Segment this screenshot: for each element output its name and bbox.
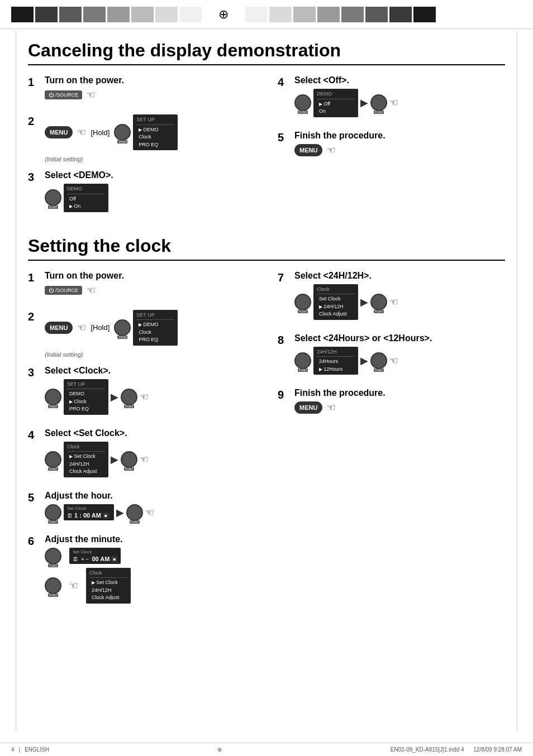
- s2-screen-clock: Clock: [136, 329, 174, 337]
- s2-push-4: PUSH: [48, 467, 58, 471]
- s2-cs2-24h: 24H/12H: [89, 587, 127, 595]
- step-5-label: Finish the procedure.: [294, 131, 505, 141]
- s2-step-8-content: Select <24Hours> or <12Hours>. PUSH 24H/…: [294, 333, 505, 381]
- compass-icon: ⊕: [218, 7, 229, 22]
- color-swatch: [155, 7, 178, 22]
- push-label: PUSH: [117, 140, 127, 143]
- screen-item-demo: DEMO: [136, 126, 174, 134]
- separator: |: [19, 747, 21, 753]
- s2-step-3-content: Select <Clock>. PUSH SET UP DEMO Clock P…: [45, 366, 255, 420]
- s2-push-7: PUSH: [298, 310, 308, 313]
- cs1-row: 🗓 1 : 00 AM ■: [67, 512, 111, 519]
- s2-knob-screen-step5: PUSH Set Clock 🗓 1 : 00 AM ■ ▶: [45, 504, 154, 521]
- s2-push-8: PUSH: [298, 369, 308, 372]
- s2-step-6: 6 Adjust the minute. PUSH Set Clock 🗓 + …: [28, 534, 255, 609]
- cs2-plus-minus: + −: [81, 556, 89, 562]
- s2-ss2-title: SET UP: [67, 381, 105, 390]
- s2-knob-step6b: PUSH: [45, 577, 61, 594]
- section2-right-col: 7 Select <24H/12H>. PUSH Clock Set Clock…: [278, 271, 505, 617]
- color-swatch: [11, 7, 34, 22]
- s2-knob-step5: PUSH: [45, 504, 61, 521]
- arrow-step5: ▶: [116, 506, 124, 519]
- s2-hand-5: ☞: [145, 506, 154, 519]
- cs-icon: 🗓: [67, 513, 73, 519]
- color-swatch: [317, 7, 340, 22]
- s2-knob-step8: PUSH: [294, 352, 311, 369]
- demo-screen-2: DEMO Off On: [313, 89, 358, 117]
- s2-screen-title: SET UP: [136, 312, 174, 320]
- file-name: EN02-09_KD-A815[J]1.indd 4: [391, 747, 464, 753]
- step-5: 5 Finish the procedure. MENU ☞: [278, 131, 505, 162]
- step-2-content: MENU ☞ [Hold] PUSH SET UP DEMO Clock P: [45, 114, 255, 162]
- hand-icon-2: ☞: [77, 126, 86, 138]
- step-4: 4 Select <Off>. PUSH DEMO Off On: [278, 75, 505, 123]
- s2-knob-screen-step7: PUSH Clock Set Clock 24H/12H Clock Adjus…: [294, 284, 398, 320]
- s2-hand-6: ☞: [69, 580, 78, 592]
- file-info: EN02-09_KD-A815[J]1.indd 4 12/8/09 9:28:…: [391, 747, 522, 753]
- color-swatch: [59, 7, 82, 22]
- margin-line-left: [16, 31, 16, 731]
- s2-ss2-proeq: PRO EQ: [67, 405, 105, 413]
- s2-step-3-num: 3: [28, 366, 40, 379]
- step-4-content: Select <Off>. PUSH DEMO Off On ▶: [294, 75, 505, 123]
- hand-icon: ☞: [87, 89, 96, 101]
- arrow-step4: ▶: [360, 97, 368, 109]
- s2-push-7b: PUSH: [374, 310, 384, 313]
- s2-step-5-substep: PUSH Set Clock 🗓 1 : 00 AM ■ ▶: [45, 504, 255, 521]
- section2-left-col: 1 Turn on the power. ⏻ /SOURCE ☞ 2: [28, 271, 255, 617]
- demo-item-off: Off: [67, 195, 105, 203]
- step-1: 1 Turn on the power. ⏻ /SOURCE ☞: [28, 75, 255, 107]
- s2-24h-title: 24H/12H: [317, 348, 355, 357]
- s2-push-label: PUSH: [117, 336, 127, 339]
- s2-cs2-title: Clock: [89, 570, 127, 578]
- step-3-content: Select <DEMO>. PUSH DEMO Off On: [45, 170, 255, 218]
- step-4-label: Select <Off>.: [294, 75, 505, 85]
- step-2-substep: MENU ☞ [Hold] PUSH SET UP DEMO Clock P: [45, 114, 255, 150]
- section1-columns: 1 Turn on the power. ⏻ /SOURCE ☞ 2: [28, 75, 505, 226]
- s2-ss2-demo: DEMO: [67, 390, 105, 398]
- s2-step-5-content: Adjust the hour. PUSH Set Clock 🗓 1 : 00…: [45, 491, 255, 527]
- s2-setclock-screen2: Set Clock 🗓 + − 00 AM ■: [69, 548, 121, 564]
- s2-hand-9: ☞: [327, 401, 336, 414]
- s2-setup-screen2: SET UP DEMO Clock PRO EQ: [64, 379, 108, 415]
- color-swatch: [269, 7, 292, 22]
- s2-push-3: PUSH: [48, 405, 58, 408]
- s2-push-8b: PUSH: [374, 369, 384, 372]
- knob-step4: PUSH: [294, 94, 311, 111]
- source-button: ⏻ /SOURCE: [45, 90, 82, 99]
- s2-cs3-setclock: Set Clock: [317, 295, 355, 303]
- s2-step-1-content: Turn on the power. ⏻ /SOURCE ☞: [45, 271, 255, 302]
- color-swatch: [341, 7, 364, 22]
- power-icon: ⏻: [49, 92, 54, 98]
- s2-step-9-content: Finish the procedure. MENU ☞: [294, 388, 505, 419]
- source-label: /SOURCE: [55, 92, 78, 98]
- demo2-item-off: Off: [317, 101, 355, 108]
- s2-step-4-content: Select <Set Clock>. PUSH Clock Set Clock…: [45, 428, 255, 483]
- cs2-time: 00 AM: [92, 556, 110, 562]
- s2-push-6a: PUSH: [48, 564, 58, 567]
- s2-cs1-setclock: Set Clock: [67, 453, 105, 461]
- s2-setclock-screen1: Set Clock 🗓 1 : 00 AM ■: [64, 504, 114, 520]
- menu-button-5: MENU: [294, 144, 322, 156]
- bottom-bar: 4 | ENGLISH ⊕ EN02-09_KD-A815[J]1.indd 4…: [0, 743, 533, 756]
- step-1-substep: ⏻ /SOURCE ☞: [45, 89, 255, 101]
- step-1-label: Turn on the power.: [45, 75, 255, 85]
- s2-clock-screen1: Clock Set Clock 24H/12H Clock Adjust: [64, 442, 108, 477]
- s2-hold-text: [Hold]: [91, 323, 110, 332]
- color-swatch: [179, 7, 202, 22]
- cs2-nav: ■: [111, 556, 117, 562]
- s2-step-2: 2 MENU ☞ [Hold] PUSH SET UP DEMO: [28, 310, 255, 358]
- step-1-content: Turn on the power. ⏻ /SOURCE ☞: [45, 75, 255, 107]
- s2-screen-proeq: PRO EQ: [136, 336, 174, 344]
- s2-step-3: 3 Select <Clock>. PUSH SET UP DEMO Clock: [28, 366, 255, 420]
- s2-step-7-content: Select <24H/12H>. PUSH Clock Set Clock 2…: [294, 271, 505, 326]
- s2-knob-screen-step4: PUSH Clock Set Clock 24H/12H Clock Adjus…: [45, 442, 149, 477]
- s2-step-9-num: 9: [278, 388, 290, 401]
- s2-step-6-substep-b: PUSH ☞ Clock Set Clock 24H/12H Clock Adj…: [45, 568, 255, 604]
- setup-screen-1: SET UP DEMO Clock PRO EQ: [133, 114, 178, 150]
- step-1-num: 1: [28, 75, 40, 89]
- cs1-title: Set Clock: [67, 506, 111, 511]
- color-swatch: [107, 7, 130, 22]
- s2-step-1-num: 1: [28, 271, 40, 284]
- s2-step-2-content: MENU ☞ [Hold] PUSH SET UP DEMO Clock P: [45, 310, 255, 358]
